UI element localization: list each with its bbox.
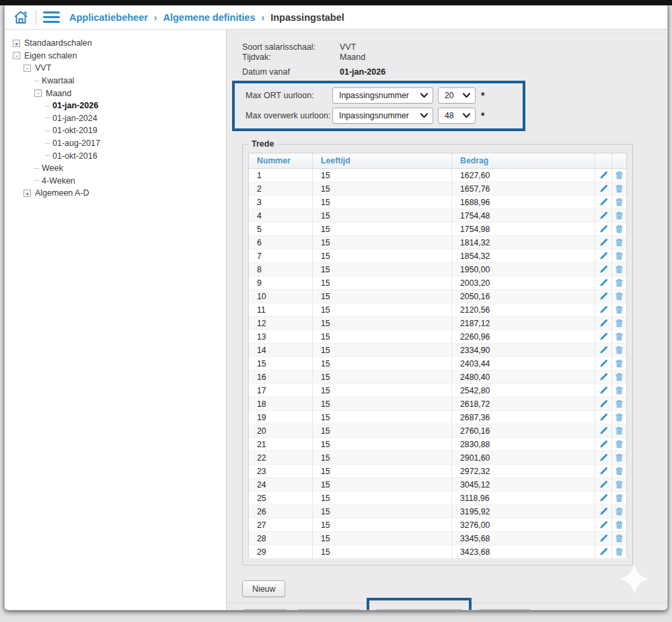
delete-row-button[interactable] — [612, 492, 627, 505]
delete-row-button[interactable] — [612, 465, 627, 478]
edit-row-button[interactable] — [595, 317, 612, 330]
delete-row-button[interactable] — [612, 371, 627, 384]
delete-row-button[interactable] — [612, 438, 627, 451]
breadcrumb-applicatiebeheer[interactable]: Applicatiebeheer — [69, 12, 148, 23]
tree-label[interactable]: 4-Weken — [42, 176, 75, 186]
delete-row-button[interactable] — [612, 182, 627, 196]
collapse-icon[interactable]: - — [24, 65, 31, 72]
collapse-icon[interactable]: - — [13, 52, 20, 59]
tree-label[interactable]: 01-aug-2017 — [52, 139, 100, 148]
edit-row-button[interactable] — [595, 532, 612, 545]
delete-row-button[interactable] — [612, 357, 627, 371]
home-icon[interactable] — [13, 9, 29, 26]
edit-row-button[interactable] — [595, 290, 612, 303]
delete-row-button[interactable] — [612, 518, 627, 532]
edit-row-button[interactable] — [595, 196, 612, 209]
tree-label[interactable]: Kwartaal — [42, 76, 75, 85]
delete-row-button[interactable] — [612, 290, 627, 303]
edit-row-button[interactable] — [595, 545, 612, 559]
edit-row-button[interactable] — [595, 357, 612, 371]
delete-row-button[interactable] — [612, 303, 627, 317]
edit-row-button[interactable] — [595, 169, 612, 182]
delete-row-button[interactable] — [612, 451, 627, 465]
tree-label[interactable]: Week — [42, 163, 63, 173]
edit-row-button[interactable] — [595, 478, 612, 492]
edit-row-button[interactable] — [595, 236, 612, 249]
edit-row-button[interactable] — [595, 397, 612, 411]
breadcrumb-chevron-icon: › — [262, 12, 265, 23]
cell-bedrag: 2618,72 — [452, 397, 595, 411]
expand-icon[interactable]: + — [13, 40, 20, 47]
trede-table-row: 24 15 3045,12 — [249, 478, 627, 492]
verwijderen-button[interactable]: Verwijderen — [297, 609, 361, 611]
tree-label[interactable]: Standaardschalen — [24, 38, 92, 48]
max-overwerk-number-select[interactable]: 48 — [438, 108, 476, 124]
sluiten-button[interactable]: Sluiten — [242, 609, 288, 611]
edit-row-button[interactable] — [595, 492, 612, 505]
tree-label[interactable]: Algemeen A-D — [35, 188, 89, 198]
edit-row-button[interactable] — [595, 384, 612, 397]
collapse-icon[interactable]: - — [34, 89, 42, 97]
delete-row-button[interactable] — [612, 223, 627, 236]
delete-row-button[interactable] — [612, 330, 627, 344]
tree-label[interactable]: 01-jan-2026 — [52, 101, 98, 110]
edit-row-button[interactable] — [595, 451, 612, 465]
trede-legend: Trede — [249, 139, 276, 149]
column-header-leeftijd[interactable]: Leeftijd — [313, 153, 452, 169]
delete-row-button[interactable] — [612, 209, 627, 223]
breadcrumb-algemene-definities[interactable]: Algemene definities — [163, 12, 256, 23]
tree-label[interactable]: 01-jan-2024 — [52, 114, 98, 123]
tree-label[interactable]: 01-okt-2019 — [52, 126, 98, 135]
delete-row-button[interactable] — [612, 263, 627, 276]
delete-row-button[interactable] — [612, 317, 627, 330]
delete-row-button[interactable] — [612, 344, 627, 357]
edit-row-button[interactable] — [595, 209, 612, 223]
delete-row-button[interactable] — [612, 411, 627, 424]
delete-row-button[interactable] — [612, 478, 627, 492]
edit-row-button[interactable] — [595, 249, 612, 263]
expand-icon[interactable]: + — [24, 190, 31, 197]
tree-label[interactable]: Maand — [46, 89, 71, 98]
max-overwerk-type-select[interactable]: Inpassingsnummer — [332, 108, 433, 124]
tree-label[interactable]: VVT — [35, 63, 51, 73]
delete-row-button[interactable] — [612, 532, 627, 545]
edit-row-button[interactable] — [595, 330, 612, 344]
delete-row-button[interactable] — [612, 424, 627, 438]
edit-row-button[interactable] — [595, 223, 612, 236]
delete-row-button[interactable] — [612, 249, 627, 263]
edit-row-button[interactable] — [595, 465, 612, 478]
column-header-delete — [612, 153, 627, 169]
delete-row-button[interactable] — [612, 276, 627, 290]
edit-row-button[interactable] — [595, 303, 612, 317]
delete-row-button[interactable] — [612, 384, 627, 397]
menu-icon[interactable] — [43, 11, 60, 23]
cell-bedrag: 2542,80 — [452, 384, 595, 397]
edit-row-button[interactable] — [595, 182, 612, 196]
delete-row-button[interactable] — [612, 397, 627, 411]
edit-row-button[interactable] — [595, 263, 612, 276]
nieuw-button[interactable]: Nieuw — [242, 580, 285, 597]
kopieren-button[interactable]: Kopiëren — [478, 609, 531, 611]
edit-row-button[interactable] — [595, 438, 612, 451]
delete-row-button[interactable] — [612, 236, 627, 249]
tree-label[interactable]: 01-okt-2016 — [52, 151, 98, 161]
edit-row-button[interactable] — [595, 371, 612, 384]
edit-row-button[interactable] — [595, 505, 612, 518]
delete-row-button[interactable] — [612, 196, 627, 209]
edit-row-button[interactable] — [595, 276, 612, 290]
form-row-tijdvak: Tijdvak: Maand — [242, 52, 667, 63]
max-ort-type-select[interactable]: Inpassingsnummer — [332, 87, 433, 104]
tree-label[interactable]: Eigen schalen — [24, 51, 77, 61]
delete-row-button[interactable] — [612, 169, 627, 182]
delete-row-button[interactable] — [612, 545, 627, 559]
edit-row-button[interactable] — [595, 518, 612, 532]
max-ort-number-select[interactable]: 20 — [438, 87, 476, 104]
delete-row-button[interactable] — [612, 505, 627, 518]
trede-table-row: 15 15 2403,44 — [249, 357, 627, 371]
edit-row-button[interactable] — [595, 344, 612, 357]
edit-row-button[interactable] — [595, 411, 612, 424]
column-header-bedrag[interactable]: Bedrag — [452, 153, 595, 169]
column-header-nummer[interactable]: Nummer — [249, 153, 313, 169]
edit-row-button[interactable] — [595, 424, 612, 438]
schalen-bijwerken-button[interactable]: Schalen bijwerken — [375, 609, 463, 611]
